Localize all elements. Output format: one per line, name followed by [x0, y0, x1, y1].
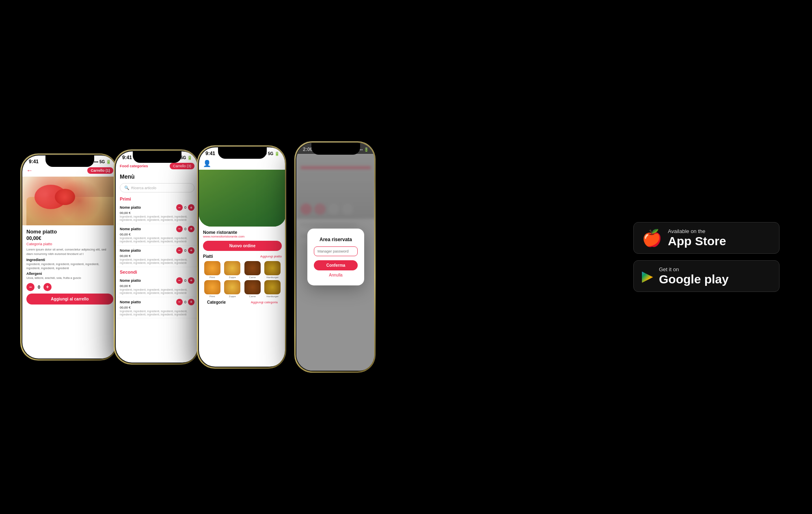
- burger2-image: [264, 280, 281, 294]
- item1-controls: − 0 +: [176, 204, 194, 211]
- dish-category: Categoria piatto: [26, 242, 113, 246]
- confirm-button[interactable]: Conferma: [314, 260, 358, 270]
- item5-controls: − 0 +: [176, 299, 194, 305]
- scene: 9:41 ▪▪▪ 5G 🔋 ← Carrello (1) Nome piatto…: [20, 34, 792, 480]
- googleplay-badge[interactable]: ▶ Get it on Google play: [633, 260, 780, 292]
- grid-item-burger[interactable]: Hamburger: [263, 261, 282, 279]
- phone2-shell: 9:41 ▪▪▪ 5G 🔋 Food categories Carrello (…: [114, 149, 199, 365]
- search-icon: 🔍: [124, 186, 129, 190]
- item5-desc: Ingredienti, ingredienti, ingredienti, i…: [120, 310, 194, 317]
- item3-controls: − 0 +: [176, 247, 194, 254]
- pizza-image: [204, 261, 220, 275]
- item3-decrease[interactable]: −: [176, 247, 183, 254]
- item1-increase[interactable]: +: [188, 204, 194, 211]
- phone1-header: ← Carrello (1): [22, 166, 117, 177]
- menu-item-2: Nome piatto − 0 + 00,00 € Ingredienti, i…: [116, 224, 198, 246]
- item5-price: 00,00 €: [120, 306, 194, 309]
- phone2-screen: 9:41 ▪▪▪ 5G 🔋 Food categories Carrello (…: [116, 151, 198, 363]
- add-categoria-link[interactable]: Aggiungi categoria: [251, 300, 278, 304]
- item2-increase[interactable]: +: [188, 226, 194, 232]
- phone3-time: 9:41: [205, 151, 215, 156]
- grid-item-meat[interactable]: Carne: [243, 261, 262, 279]
- google-play-icon: ▶: [642, 269, 653, 283]
- categorie-title: Categorie: [207, 300, 226, 305]
- googleplay-small-text: Get it on: [659, 266, 729, 272]
- menu-item-4: Nome piatto − 0 + 00,00 € Ingredienti, i…: [116, 276, 198, 297]
- modal-title: Area riservata: [314, 237, 358, 242]
- appstore-big-text: App Store: [668, 234, 726, 248]
- burger-image: [264, 261, 281, 275]
- pizza2-image: [204, 280, 220, 294]
- item3-name: Nome piatto: [120, 248, 141, 253]
- item5-name: Nome piatto: [120, 300, 141, 304]
- item1-qty: 0: [184, 205, 186, 209]
- phone1-status-icons: ▪▪▪ 5G 🔋: [94, 160, 111, 164]
- back-button[interactable]: ←: [26, 167, 33, 174]
- food-image: [22, 177, 117, 225]
- item1-decrease[interactable]: −: [176, 204, 183, 211]
- cancel-button[interactable]: Annulla: [314, 273, 358, 277]
- grid-item-burger2[interactable]: Hamburger: [263, 280, 282, 298]
- p2-cart-button[interactable]: Carrello (3): [170, 163, 194, 169]
- item4-name: Nome piatto: [120, 279, 141, 283]
- item2-price: 00,00 €: [120, 233, 194, 236]
- phone3-inner: 9:41 ▪▪▪ 5G 🔋 👤 Nome ristorante www.nome…: [198, 147, 285, 367]
- search-bar[interactable]: 🔍 Ricerca articolo: [120, 183, 194, 192]
- dish-price: 00,00€: [26, 235, 113, 241]
- item5-qty: 0: [184, 300, 186, 304]
- grid-item-soup[interactable]: Zuppe: [223, 261, 242, 279]
- item5-increase[interactable]: +: [188, 299, 194, 305]
- new-order-button[interactable]: Nuovo ordine: [203, 241, 282, 251]
- phone1-time: 9:41: [29, 159, 39, 164]
- grid-item-soup2[interactable]: Zuppe: [223, 280, 242, 298]
- phone1-screen: 9:41 ▪▪▪ 5G 🔋 ← Carrello (1) Nome piatto…: [22, 155, 117, 359]
- item4-desc: Ingredienti, ingredienti, ingredienti, i…: [120, 288, 194, 295]
- item4-decrease[interactable]: −: [176, 277, 183, 284]
- phone1-shell: 9:41 ▪▪▪ 5G 🔋 ← Carrello (1) Nome piatto…: [20, 153, 118, 361]
- burger2-label: Hamburger: [263, 295, 282, 298]
- appstore-badge[interactable]: 🍎 Available on the App Store: [633, 222, 780, 254]
- search-placeholder: Ricerca articolo: [131, 186, 156, 190]
- item4-price: 00,00 €: [120, 284, 194, 288]
- phone2-notch: [133, 151, 181, 163]
- password-input[interactable]: [314, 246, 358, 256]
- add-piatto-link[interactable]: Aggiungi piatto: [260, 255, 282, 258]
- phone3-screen: 9:41 ▪▪▪ 5G 🔋 👤 Nome ristorante www.nome…: [199, 147, 285, 367]
- decrease-qty-button[interactable]: −: [26, 283, 35, 291]
- phone3-notch: [218, 147, 267, 159]
- item3-price: 00,00 €: [120, 254, 194, 258]
- add-to-cart-button[interactable]: Aggiungi al carrello: [26, 294, 113, 305]
- item5-decrease[interactable]: −: [176, 299, 183, 305]
- quantity-control: − 0 +: [26, 283, 113, 291]
- apple-icon: 🍎: [642, 230, 662, 246]
- item2-decrease[interactable]: −: [176, 226, 183, 232]
- item3-increase[interactable]: +: [188, 247, 194, 254]
- pizza2-label: Primi: [203, 295, 222, 298]
- meat-label: Carne: [243, 276, 262, 279]
- grid-item-pizza2[interactable]: Primi: [203, 280, 222, 298]
- phone1-notch: [45, 155, 94, 167]
- cart-button[interactable]: Carrello (1): [87, 167, 113, 174]
- section-primi: Primi: [116, 194, 198, 203]
- user-icon[interactable]: 👤: [203, 160, 211, 167]
- restaurant-name: Nome ristorante: [203, 230, 282, 235]
- phone2-inner: 9:41 ▪▪▪ 5G 🔋 Food categories Carrello (…: [115, 151, 198, 363]
- meat2-image: [244, 280, 261, 294]
- phone2-time: 9:41: [122, 155, 132, 160]
- area-riservata-modal: Area riservata Conferma Annulla: [307, 229, 364, 285]
- appstore-text: Available on the App Store: [668, 228, 726, 248]
- increase-qty-button[interactable]: +: [43, 283, 52, 291]
- grid-item-pizza[interactable]: Primi: [203, 261, 222, 279]
- restaurant-info: Nome ristorante www.nomesitoristorante.c…: [199, 227, 285, 308]
- googleplay-big-text: Google play: [659, 272, 729, 286]
- food-categories-label: Food categories: [120, 164, 148, 168]
- item4-increase[interactable]: +: [188, 277, 194, 284]
- allergeni-title: Allergeni: [26, 272, 113, 276]
- grid-item-meat2[interactable]: Carne: [243, 280, 262, 298]
- phone1-content: Nome piatto 00,00€ Categoria piatto Lore…: [22, 225, 117, 308]
- dish-name: Nome piatto: [26, 229, 113, 235]
- item2-desc: Ingredienti, ingredienti, ingredienti, i…: [120, 237, 194, 244]
- googleplay-text: Get it on Google play: [659, 266, 729, 286]
- menu-title: Menù: [116, 172, 198, 181]
- categorie-header: Categorie Aggiungi categoria: [203, 300, 282, 305]
